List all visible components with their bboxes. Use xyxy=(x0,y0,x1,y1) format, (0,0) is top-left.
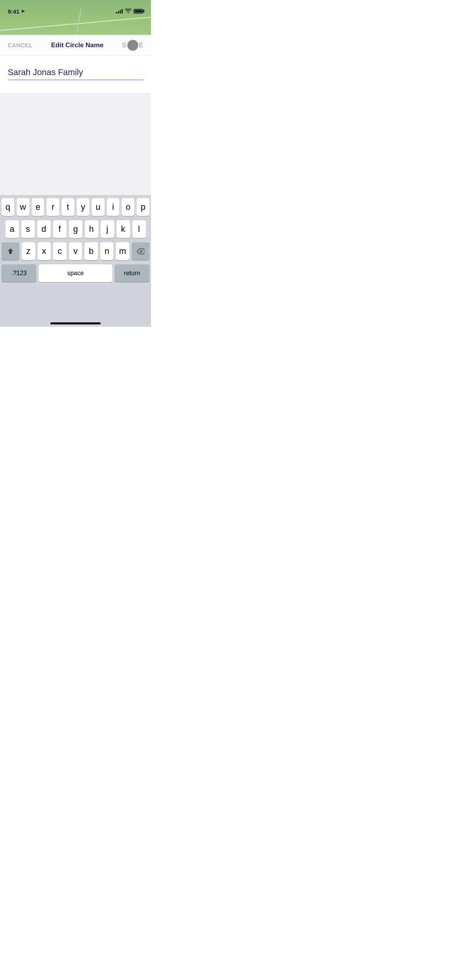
key-o[interactable]: o xyxy=(122,198,134,216)
key-g[interactable]: g xyxy=(69,220,82,238)
key-x[interactable]: x xyxy=(38,242,51,260)
keyboard-row-1: q w e r t y u i o p xyxy=(0,198,151,216)
signal-bars-icon xyxy=(116,9,123,14)
key-h[interactable]: h xyxy=(85,220,98,238)
content-area xyxy=(0,93,151,195)
key-k[interactable]: k xyxy=(117,220,130,238)
location-arrow-icon: ➤ xyxy=(21,9,25,14)
key-u[interactable]: u xyxy=(92,198,105,216)
wifi-icon xyxy=(125,8,131,14)
key-a[interactable]: a xyxy=(5,220,19,238)
key-b[interactable]: b xyxy=(84,242,98,260)
key-p[interactable]: p xyxy=(137,198,149,216)
key-t[interactable]: t xyxy=(62,198,74,216)
time-label: 9:41 xyxy=(8,8,19,15)
key-d[interactable]: d xyxy=(37,220,51,238)
save-toggle-icon xyxy=(127,40,138,51)
key-v[interactable]: v xyxy=(69,242,82,260)
key-n[interactable]: n xyxy=(100,242,114,260)
save-e-label: E xyxy=(139,41,143,49)
key-s[interactable]: s xyxy=(21,220,35,238)
shift-key[interactable] xyxy=(2,242,19,260)
key-l[interactable]: l xyxy=(132,220,146,238)
keyboard-row-3: z x c v b n m xyxy=(0,242,151,260)
key-j[interactable]: j xyxy=(101,220,114,238)
save-s-label: S xyxy=(122,41,126,49)
save-button-area[interactable]: S E xyxy=(122,40,143,51)
key-c[interactable]: c xyxy=(53,242,67,260)
status-icons xyxy=(116,8,143,14)
battery-icon xyxy=(134,9,143,14)
key-r[interactable]: r xyxy=(46,198,59,216)
key-z[interactable]: z xyxy=(22,242,35,260)
key-q[interactable]: q xyxy=(2,198,14,216)
numbers-key[interactable]: .?123 xyxy=(2,264,36,282)
return-key[interactable]: return xyxy=(115,264,149,282)
keyboard-row-2: a s d f g h j k l xyxy=(0,220,151,238)
key-e[interactable]: e xyxy=(32,198,45,216)
keyboard: q w e r t y u i o p a s d f g h j k l z … xyxy=(0,195,151,327)
key-f[interactable]: f xyxy=(53,220,67,238)
keyboard-row-4: .?123 space return xyxy=(0,264,151,282)
key-y[interactable]: y xyxy=(77,198,89,216)
navigation-bar: CANCEL Edit Circle Name S E xyxy=(0,35,151,56)
circle-name-input[interactable] xyxy=(8,67,143,80)
key-w[interactable]: w xyxy=(17,198,29,216)
nav-title: Edit Circle Name xyxy=(33,41,122,49)
status-time: 9:41 ➤ xyxy=(8,8,25,15)
home-indicator xyxy=(50,322,101,324)
cancel-button[interactable]: CANCEL xyxy=(8,42,33,48)
key-m[interactable]: m xyxy=(116,242,129,260)
textfield-area xyxy=(0,56,151,88)
delete-key[interactable] xyxy=(132,242,149,260)
space-key[interactable]: space xyxy=(39,264,112,282)
key-i[interactable]: i xyxy=(107,198,120,216)
status-bar: 9:41 ➤ xyxy=(0,0,151,17)
